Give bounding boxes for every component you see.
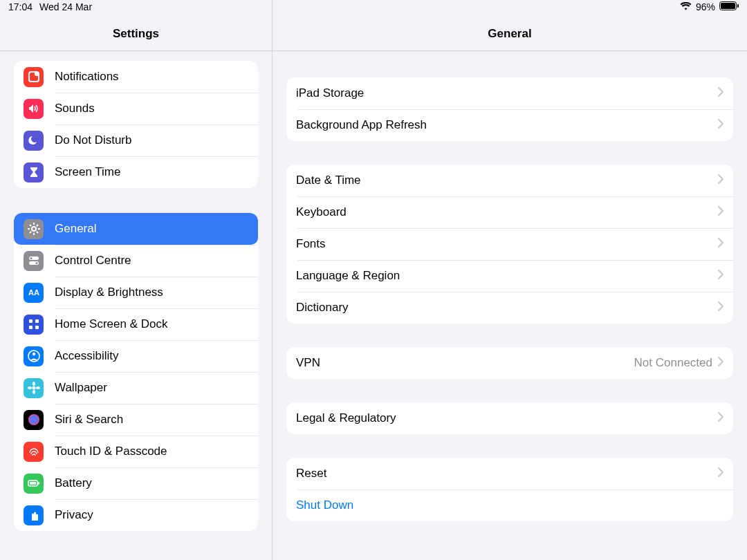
svg-point-26 [36,386,40,389]
detail-group: Date & TimeKeyboardFontsLanguage & Regio… [286,165,733,324]
detail-row-date-time[interactable]: Date & Time [286,165,733,196]
svg-point-2 [32,227,36,231]
svg-rect-33 [737,4,739,8]
sidebar-item-siri-search[interactable]: Siri & Search [14,404,258,436]
svg-point-27 [28,414,39,425]
gear-icon [24,219,44,239]
svg-point-21 [32,353,35,355]
svg-rect-17 [35,319,39,323]
sidebar-group: Notifications Sounds Do Not Disturb Scre… [14,61,258,188]
svg-line-9 [30,232,31,233]
detail-group: ResetShut Down [286,458,733,521]
sidebar-item-label: Notifications [55,70,248,84]
wifi-icon [680,1,692,12]
chevron-right-icon [718,269,723,283]
sidebar-item-battery[interactable]: Battery [14,467,258,499]
detail-row-vpn[interactable]: VPNNot Connected [286,347,733,379]
detail-row-legal-regulatory[interactable]: Legal & Regulatory [286,402,733,434]
sidebar-item-label: General [55,222,248,236]
switches-icon [24,251,44,271]
sidebar-group: General Control Centre AA Display & Brig… [14,213,258,531]
svg-text:AA: AA [28,288,39,297]
svg-point-14 [35,262,37,264]
svg-line-8 [37,232,38,233]
hourglass-icon [24,162,44,183]
moon-icon [24,131,44,151]
sidebar-item-label: Display & Brightness [55,286,248,299]
chevron-right-icon [718,174,723,187]
sidebar-item-label: Accessibility [55,349,248,363]
sidebar-item-label: Touch ID & Passcode [55,445,248,458]
chevron-right-icon [718,356,723,370]
detail-row-ipad-storage[interactable]: iPad Storage [286,77,733,109]
sidebar-item-label: Siri & Search [55,413,248,427]
svg-rect-30 [38,482,39,485]
detail-row-dictionary[interactable]: Dictionary [286,292,733,324]
detail-row-keyboard[interactable]: Keyboard [286,196,733,228]
svg-rect-32 [721,3,735,9]
detail-row-label: Date & Time [296,174,712,187]
svg-point-12 [30,257,32,259]
chevron-right-icon [718,86,723,100]
chevron-right-icon [718,467,723,480]
sidebar-item-notifications[interactable]: Notifications [14,61,258,93]
sidebar-item-general[interactable]: General [14,213,258,245]
detail-row-label: Fonts [296,237,712,251]
detail-row-shut-down[interactable]: Shut Down [286,489,733,521]
status-date: Wed 24 Mar [39,1,92,12]
battery-icon [24,474,44,494]
detail-title: General [488,27,531,41]
sidebar-item-screen-time[interactable]: Screen Time [14,156,258,188]
sounds-icon [24,99,44,119]
person-icon [24,346,44,366]
svg-rect-29 [30,482,36,485]
detail-row-label: Keyboard [296,205,712,219]
sidebar-item-label: Do Not Disturb [55,133,248,147]
detail-row-fonts[interactable]: Fonts [286,228,733,260]
sidebar-item-accessibility[interactable]: Accessibility [14,340,258,372]
grid-icon [24,315,44,335]
svg-rect-18 [29,326,33,329]
svg-line-7 [30,225,31,226]
detail-row-label: Language & Region [296,269,712,283]
sidebar-item-display-brightness[interactable]: AA Display & Brightness [14,277,258,308]
status-time: 17:04 [8,1,33,12]
sidebar-item-label: Home Screen & Dock [55,317,248,331]
detail-row-language-region[interactable]: Language & Region [286,260,733,292]
notifications-icon [24,67,44,87]
detail-row-label: Reset [296,467,712,480]
sidebar-item-label: Battery [55,476,248,490]
svg-rect-16 [29,319,33,323]
detail-row-label: Shut Down [296,498,723,512]
sidebar-item-control-centre[interactable]: Control Centre [14,245,258,277]
sidebar-item-wallpaper[interactable]: Wallpaper [14,372,258,404]
sidebar-item-home-screen-dock[interactable]: Home Screen & Dock [14,308,258,340]
fingerprint-icon [24,442,44,462]
sidebar-item-label: Sounds [55,102,248,115]
svg-point-25 [28,386,32,389]
sidebar-item-label: Control Centre [55,254,248,268]
chevron-right-icon [718,205,723,219]
sidebar-item-do-not-disturb[interactable]: Do Not Disturb [14,124,258,156]
sidebar-item-sounds[interactable]: Sounds [14,93,258,124]
detail-row-background-app-refresh[interactable]: Background App Refresh [286,109,733,141]
svg-point-23 [33,382,35,386]
svg-point-22 [32,386,35,390]
svg-point-24 [33,390,35,394]
sidebar-item-privacy[interactable]: Privacy [14,499,258,531]
detail-row-label: iPad Storage [296,86,712,100]
detail-row-label: VPN [296,356,634,370]
flower-icon [24,378,44,398]
sidebar-item-touch-id-passcode[interactable]: Touch ID & Passcode [14,436,258,467]
chevron-right-icon [718,118,723,132]
sidebar-title: Settings [113,27,159,41]
svg-point-1 [35,72,39,76]
svg-line-10 [37,225,38,226]
chevron-right-icon [718,237,723,251]
detail-row-reset[interactable]: Reset [286,458,733,489]
status-bar: 17:04 Wed 24 Mar 96% [0,0,747,14]
svg-rect-19 [35,326,39,329]
aa-icon: AA [24,283,44,303]
siri-icon [24,410,44,430]
status-battery-text: 96% [696,1,715,12]
